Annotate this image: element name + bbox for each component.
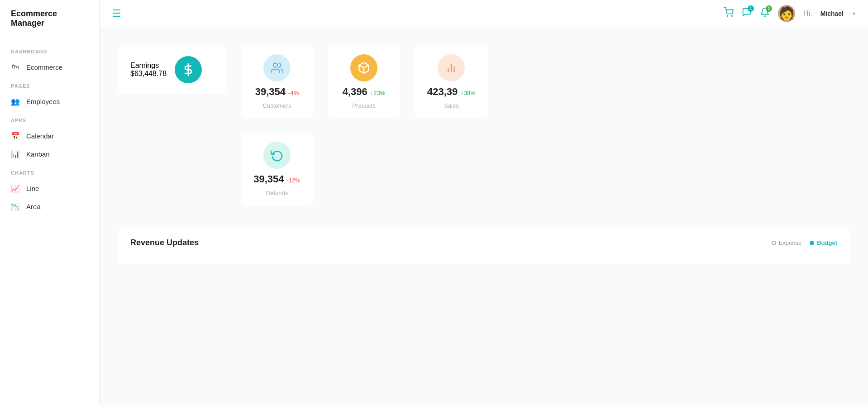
user-dropdown-chevron[interactable]: ▾ — [853, 10, 855, 17]
sidebar-item-label: Employees — [26, 98, 60, 105]
sidebar-item-area[interactable]: 📉 Area — [0, 197, 99, 215]
sales-label: Sales — [444, 102, 459, 109]
user-greeting: Hi, — [803, 10, 812, 18]
earnings-icon — [175, 56, 202, 83]
revenue-legend: Expense Budget — [772, 239, 837, 246]
message-button[interactable]: 1 — [742, 7, 752, 19]
svg-point-1 — [731, 15, 732, 16]
budget-label: Budget — [817, 239, 837, 246]
kanban-icon: 📊 — [11, 149, 20, 158]
sidebar: Ecommerce Manager DASHBOARD 🛍 Ecommerce … — [0, 0, 100, 405]
revenue-section: Revenue Updates Expense Budget — [118, 227, 850, 264]
area-chart-icon: 📉 — [11, 202, 20, 211]
customers-change: -4% — [288, 90, 299, 96]
stat-card-products: 4,396 +23% Products — [328, 45, 400, 118]
refunds-label: Refunds — [266, 190, 288, 196]
expense-label: Expense — [779, 239, 802, 246]
sidebar-section-pages: PAGES — [0, 76, 99, 92]
sales-number: 423,39 — [427, 86, 458, 98]
calendar-icon: 📅 — [11, 131, 20, 140]
bell-button[interactable]: 2 — [760, 7, 770, 19]
avatar: 🧑 — [778, 5, 795, 22]
legend-budget: Budget — [810, 239, 837, 246]
revenue-header: Revenue Updates Expense Budget — [130, 238, 837, 248]
sidebar-item-line[interactable]: 📈 Line — [0, 179, 99, 197]
sidebar-section-charts: CHARTS — [0, 163, 99, 179]
cart-button[interactable] — [724, 7, 734, 19]
customers-stat-row: 39,354 -4% — [255, 86, 299, 98]
revenue-title: Revenue Updates — [130, 238, 199, 248]
svg-point-3 — [273, 63, 277, 67]
ecommerce-icon: 🛍 — [11, 62, 20, 71]
line-chart-icon: 📈 — [11, 184, 20, 193]
sidebar-section-apps: APPS — [0, 110, 99, 127]
refunds-change: -12% — [286, 177, 300, 184]
stat-card-sales: 423,39 +38% Sales — [415, 45, 488, 118]
hamburger-icon[interactable]: ☰ — [112, 8, 121, 19]
refunds-number: 39,354 — [253, 173, 284, 185]
products-stat-row: 4,396 +23% — [343, 86, 386, 98]
header: ☰ 1 2 — [100, 0, 868, 27]
sidebar-item-ecommerce[interactable]: 🛍 Ecommerce — [0, 58, 99, 76]
stats-row-1: Earnings $63,448.78 — [118, 45, 850, 118]
page-content: Earnings $63,448.78 — [100, 27, 868, 405]
customers-label: Customers — [263, 102, 291, 109]
main-content: ☰ 1 2 — [100, 0, 868, 405]
message-badge: 1 — [748, 5, 754, 12]
customers-number: 39,354 — [255, 86, 286, 98]
products-label: Products — [352, 102, 375, 109]
sidebar-item-label: Kanban — [26, 150, 50, 158]
sidebar-item-calendar[interactable]: 📅 Calendar — [0, 127, 99, 145]
sales-change: +38% — [460, 90, 476, 96]
sidebar-item-label: Ecommerce — [26, 63, 62, 71]
sidebar-item-label: Area — [26, 203, 41, 210]
products-icon-circle — [350, 54, 377, 81]
sales-icon-circle — [438, 54, 465, 81]
expense-dot — [772, 241, 776, 245]
earnings-text: Earnings $63,448.78 — [130, 62, 167, 78]
stats-row-2: 39,354 -12% Refunds — [118, 133, 850, 205]
bell-badge: 2 — [766, 5, 772, 12]
sidebar-item-label: Calendar — [26, 132, 54, 140]
svg-point-0 — [727, 15, 728, 16]
products-change: +23% — [370, 90, 386, 96]
sidebar-item-kanban[interactable]: 📊 Kanban — [0, 145, 99, 163]
earnings-value: $63,448.78 — [130, 70, 167, 78]
sidebar-logo: Ecommerce Manager — [0, 9, 99, 42]
sidebar-item-label: Line — [26, 185, 39, 192]
employees-icon: 👥 — [11, 97, 20, 106]
budget-dot — [810, 241, 814, 245]
user-name: Michael — [820, 10, 844, 17]
sidebar-section-dashboard: DASHBOARD — [0, 42, 99, 58]
sidebar-item-employees[interactable]: 👥 Employees — [0, 92, 99, 110]
earnings-card: Earnings $63,448.78 — [118, 45, 226, 94]
stat-card-refunds: 39,354 -12% Refunds — [241, 133, 313, 205]
refunds-icon-circle — [263, 142, 291, 169]
sales-stat-row: 423,39 +38% — [427, 86, 476, 98]
earnings-label: Earnings — [130, 62, 167, 70]
legend-expense: Expense — [772, 239, 802, 246]
stat-card-customers: 39,354 -4% Customers — [241, 45, 313, 118]
products-number: 4,396 — [343, 86, 367, 98]
customers-icon-circle — [263, 54, 291, 81]
refunds-stat-row: 39,354 -12% — [253, 173, 300, 185]
header-right: 1 2 🧑 Hi, Michael ▾ — [724, 5, 855, 22]
